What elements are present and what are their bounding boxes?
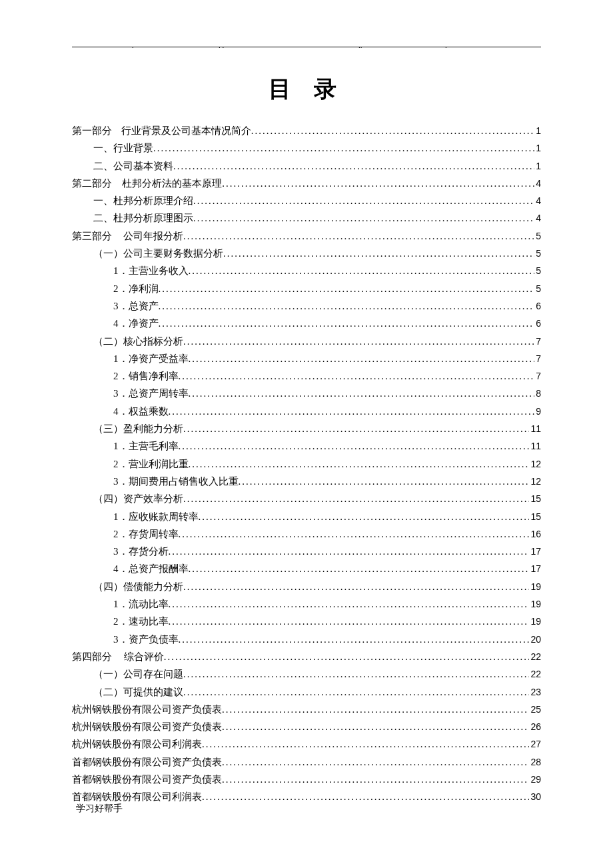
- toc-page-number: 4: [534, 209, 541, 227]
- toc-entry: 首都钢铁股份有限公司资产负债表28: [72, 753, 541, 771]
- toc-leader-dots: [183, 578, 529, 595]
- toc-label: 3．总资产: [113, 297, 159, 315]
- toc-page-number: 12: [529, 455, 541, 473]
- toc-leader-dots: [193, 192, 534, 209]
- toc-page-number: 20: [529, 631, 541, 648]
- toc-page-number: 6: [534, 297, 541, 315]
- header-dot: .: [445, 41, 447, 49]
- toc-leader-dots: [199, 508, 530, 525]
- toc-page-number: 5: [534, 262, 541, 279]
- toc-leader-dots: [222, 718, 529, 735]
- toc-label: 2．净利润: [113, 280, 159, 297]
- toc-leader-dots: [159, 280, 535, 297]
- toc-label: 一、杜邦分析原理介绍: [93, 192, 193, 209]
- toc-leader-dots: [239, 473, 530, 490]
- toc-entry: 1．主营业务收入5: [72, 262, 541, 279]
- toc-leader-dots: [169, 403, 535, 420]
- toc-label: 4．净资产: [113, 315, 159, 332]
- toc-leader-dots: [159, 315, 535, 332]
- toc-entry: 2．营业利润比重12: [72, 455, 541, 473]
- toc-label: 1．应收账款周转率: [113, 508, 199, 525]
- header-rule: . . .. .: [72, 47, 541, 47]
- toc-leader-dots: [183, 665, 529, 683]
- toc-page-number: 5: [534, 245, 541, 262]
- toc-page-number: 17: [529, 560, 541, 577]
- toc-suffix: 公司年报分析: [123, 227, 183, 245]
- toc-page-number: 6: [534, 315, 541, 332]
- toc-entry: 二、公司基本资料1: [72, 157, 541, 175]
- toc-label: 第四部分: [72, 648, 112, 665]
- toc-entry: （二）可提供的建议23: [72, 683, 541, 701]
- toc-entry: 一、杜邦分析原理介绍4: [72, 192, 541, 209]
- toc-page-number: 19: [529, 595, 541, 613]
- toc-page-number: 5: [534, 280, 541, 297]
- toc-page-number: 7: [534, 333, 541, 350]
- toc-leader-dots: [153, 139, 534, 157]
- toc-leader-dots: [169, 613, 530, 630]
- toc-suffix: 杜邦分析法的基本原理: [122, 175, 222, 192]
- toc-entry: 3．期间费用占销售收入比重12: [72, 473, 541, 490]
- toc-leader-dots: [183, 490, 529, 507]
- toc-label: 一、行业背景: [93, 139, 153, 157]
- toc-label: 4．总资产报酬率: [113, 560, 189, 577]
- toc-entry: 2．净利润5: [72, 280, 541, 297]
- toc-leader-dots: [189, 455, 530, 473]
- toc-leader-dots: [222, 701, 529, 718]
- toc-page-number: 5: [534, 227, 541, 245]
- header-dot: . .: [219, 41, 224, 49]
- toc-page-number: 1: [534, 122, 541, 139]
- toc-leader-dots: [189, 560, 530, 577]
- toc-leader-dots: [193, 209, 534, 227]
- toc-page-number: 23: [529, 683, 541, 701]
- toc-leader-dots: [179, 367, 535, 385]
- toc-entry: 1．应收账款周转率15: [72, 508, 541, 525]
- toc-leader-dots: [222, 175, 534, 192]
- toc-leader-dots: [159, 297, 535, 315]
- toc-leader-dots: [183, 227, 534, 245]
- toc-entry: （一）公司存在问题22: [72, 665, 541, 683]
- toc-entry: 首都钢铁股份有限公司利润表30: [72, 788, 541, 805]
- table-of-contents: 第一部分行业背景及公司基本情况简介1一、行业背景1二、公司基本资料1第二部分杜邦…: [72, 122, 541, 806]
- toc-label: 2．存货周转率: [113, 525, 179, 543]
- toc-entry: 二、杜邦分析原理图示4: [72, 209, 541, 227]
- toc-label: 3．资产负债率: [113, 631, 179, 648]
- toc-entry: 3．资产负债率20: [72, 631, 541, 648]
- toc-label: 1．主营业务收入: [113, 262, 189, 279]
- toc-entry: 1．主营毛利率11: [72, 437, 541, 455]
- toc-entry: 一、行业背景1: [72, 139, 541, 157]
- toc-label: 2．营业利润比重: [113, 455, 189, 473]
- toc-entry: （三）盈利能力分析11: [72, 420, 541, 437]
- toc-page-number: 9: [534, 403, 541, 420]
- toc-entry: 4．净资产6: [72, 315, 541, 332]
- toc-title: 目 录: [72, 74, 541, 105]
- toc-leader-dots: [222, 771, 529, 788]
- toc-page-number: 7: [534, 350, 541, 367]
- toc-page-number: 8: [534, 385, 541, 402]
- toc-label: 2．销售净利率: [113, 367, 179, 385]
- toc-page-number: 15: [529, 490, 541, 507]
- toc-label: 第二部分: [72, 175, 112, 192]
- toc-leader-dots: [189, 262, 535, 279]
- toc-entry: 第一部分行业背景及公司基本情况简介1: [72, 122, 541, 139]
- document-page: . . .. . 目 录 第一部分行业背景及公司基本情况简介1一、行业背景1二、…: [0, 0, 613, 806]
- toc-page-number: 7: [534, 367, 541, 385]
- toc-page-number: 22: [529, 665, 541, 683]
- toc-label: 二、杜邦分析原理图示: [93, 209, 193, 227]
- toc-label: 首都钢铁股份有限公司资产负债表: [72, 753, 222, 771]
- toc-leader-dots: [173, 157, 534, 175]
- toc-leader-dots: [179, 437, 530, 455]
- toc-label: （三）盈利能力分析: [93, 420, 183, 437]
- toc-entry: 1．流动比率19: [72, 595, 541, 613]
- toc-entry: 1．净资产受益率7: [72, 350, 541, 367]
- toc-page-number: 28: [529, 753, 541, 771]
- toc-page-number: 22: [529, 648, 541, 665]
- toc-entry: 第二部分杜邦分析法的基本原理4: [72, 175, 541, 192]
- toc-suffix: 行业背景及公司基本情况简介: [121, 122, 251, 139]
- toc-entry: 第四部分综合评价22: [72, 648, 541, 665]
- toc-label: （一）公司存在问题: [93, 665, 183, 683]
- toc-leader-dots: [169, 595, 530, 613]
- toc-entry: 首都钢铁股份有限公司资产负债表29: [72, 771, 541, 788]
- toc-entry: （二）核心指标分析7: [72, 333, 541, 350]
- toc-label: （二）可提供的建议: [93, 683, 183, 701]
- toc-entry: （一）公司主要财务数据分析5: [72, 245, 541, 262]
